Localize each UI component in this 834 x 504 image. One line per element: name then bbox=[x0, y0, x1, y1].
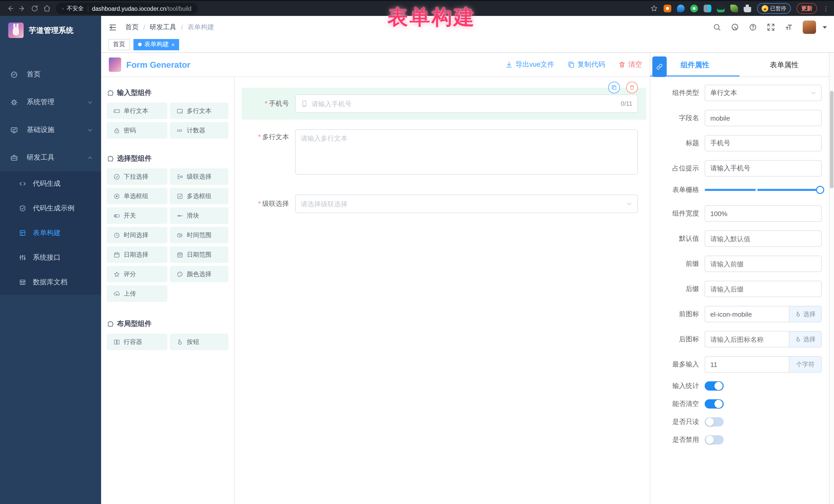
cascader-input-field[interactable] bbox=[301, 200, 622, 207]
readonly-toggle[interactable] bbox=[705, 417, 724, 426]
export-vue-button[interactable]: 导出vue文件 bbox=[506, 60, 554, 69]
user-menu-caret-icon[interactable] bbox=[823, 26, 827, 28]
sidebar-item-form-build[interactable]: 表单构建 bbox=[0, 221, 101, 245]
clear-button[interactable]: 清空 bbox=[618, 60, 642, 69]
copy-code-button[interactable]: 复制代码 bbox=[568, 60, 605, 69]
back-icon[interactable] bbox=[6, 5, 14, 12]
component-upload[interactable]: 上传 bbox=[107, 285, 167, 302]
default-value-input[interactable] bbox=[705, 231, 822, 247]
home-icon[interactable] bbox=[43, 5, 51, 12]
title-input[interactable] bbox=[705, 135, 822, 151]
tag-home[interactable]: 首页 bbox=[108, 39, 130, 50]
disabled-toggle[interactable] bbox=[705, 435, 724, 444]
component-slider[interactable]: 滑块 bbox=[170, 207, 228, 224]
scrollbar-thumb[interactable] bbox=[830, 91, 833, 188]
mobile-input[interactable]: 0/11 bbox=[295, 94, 638, 113]
component-color-picker[interactable]: 颜色选择 bbox=[170, 266, 228, 282]
bookmark-star-icon[interactable] bbox=[650, 5, 658, 12]
tag-form-build[interactable]: 表单构建 × bbox=[133, 39, 179, 50]
canvas-field-cascader[interactable]: *级联选择 bbox=[242, 192, 646, 216]
sidebar-item-code-gen[interactable]: 代码生成 bbox=[0, 171, 101, 196]
fullscreen-icon[interactable] bbox=[767, 23, 775, 31]
search-icon[interactable] bbox=[713, 23, 721, 31]
window-scrollbar[interactable] bbox=[829, 53, 834, 504]
textarea-input[interactable] bbox=[295, 129, 638, 175]
component-rate[interactable]: 评分 bbox=[107, 266, 167, 282]
extension-icon[interactable] bbox=[730, 5, 738, 12]
reload-icon[interactable] bbox=[31, 5, 39, 12]
component-row-container[interactable]: 行容器 bbox=[107, 334, 167, 350]
show-count-toggle[interactable] bbox=[705, 381, 724, 391]
prop-suffix: 后缀 bbox=[650, 281, 822, 297]
component-select[interactable]: 下拉选择 bbox=[107, 168, 167, 185]
component-type-select[interactable] bbox=[705, 85, 822, 101]
browser-menu-icon[interactable]: ⋮ bbox=[823, 6, 829, 11]
component-radio-group[interactable]: 单选框组 bbox=[107, 188, 167, 204]
choose-suffix-icon-button[interactable]: 选择 bbox=[789, 331, 822, 348]
address-bar[interactable]: 不安全 dashboard.yudao.iocoder.cn/tool/buil… bbox=[56, 3, 198, 14]
extension-icon[interactable] bbox=[717, 5, 724, 12]
choose-prefix-icon-button[interactable]: 选择 bbox=[789, 306, 822, 322]
component-date-range[interactable]: 日期范围 bbox=[170, 246, 228, 263]
extensions-puzzle-icon[interactable] bbox=[743, 5, 751, 12]
delete-field-button[interactable] bbox=[626, 82, 638, 93]
field-name-input[interactable] bbox=[705, 110, 822, 126]
component-textarea[interactable]: 多行文本 bbox=[170, 103, 228, 119]
form-grid-slider[interactable] bbox=[705, 189, 821, 191]
forward-icon[interactable] bbox=[19, 5, 26, 12]
paused-badge[interactable]: 已暂停 bbox=[757, 3, 791, 14]
suffix-icon-input[interactable] bbox=[705, 331, 789, 348]
form-canvas[interactable]: *手机号 0/11 bbox=[235, 77, 650, 504]
duplicate-field-button[interactable] bbox=[608, 82, 620, 93]
component-cascader[interactable]: 级联选择 bbox=[170, 168, 228, 185]
json-drawer-button[interactable] bbox=[652, 57, 667, 77]
close-tag-icon[interactable]: × bbox=[171, 41, 175, 47]
properties-panel: 组件属性 表单属性 组件类型 字段名 bbox=[650, 53, 829, 504]
component-single-line-text[interactable]: 单行文本 bbox=[107, 103, 167, 119]
sidebar-item-infra[interactable]: 基础设施 bbox=[0, 116, 101, 144]
canvas-field-mobile[interactable]: *手机号 0/11 bbox=[242, 88, 646, 119]
update-button[interactable]: 更新 bbox=[796, 3, 817, 14]
clearable-toggle[interactable] bbox=[705, 399, 724, 409]
mobile-input-field[interactable] bbox=[311, 100, 617, 108]
font-size-icon[interactable] bbox=[785, 23, 793, 31]
placeholder-input[interactable] bbox=[705, 160, 822, 177]
breadcrumb-home[interactable]: 首页 bbox=[125, 23, 138, 32]
app-logo-row[interactable]: 芋道管理系统 bbox=[0, 16, 101, 45]
breadcrumb-devtools[interactable]: 研发工具 bbox=[150, 23, 176, 32]
char-unit-suffix: 个字符 bbox=[789, 356, 822, 373]
sidebar-item-code-gen-demo[interactable]: 代码生成示例 bbox=[0, 196, 101, 221]
prefix-input[interactable] bbox=[705, 256, 822, 272]
help-icon[interactable] bbox=[749, 23, 757, 31]
component-password[interactable]: 密码 bbox=[107, 122, 167, 138]
suffix-input[interactable] bbox=[705, 281, 822, 297]
extension-icon[interactable] bbox=[677, 5, 684, 12]
sidebar-item-db-doc[interactable]: 数据库文档 bbox=[0, 270, 101, 294]
extension-icon[interactable] bbox=[663, 5, 671, 12]
component-button[interactable]: 按钮 bbox=[170, 334, 228, 350]
sidebar-item-home[interactable]: 首页 bbox=[0, 61, 101, 88]
user-avatar[interactable] bbox=[803, 21, 816, 34]
canvas-field-textarea[interactable]: *多行文本 bbox=[242, 126, 646, 175]
width-input[interactable] bbox=[705, 205, 822, 222]
collapse-sidebar-icon[interactable] bbox=[108, 23, 117, 31]
cascader-input[interactable] bbox=[295, 195, 638, 213]
tab-form-props[interactable]: 表单属性 bbox=[740, 53, 829, 76]
component-time-picker[interactable]: 时间选择 bbox=[107, 227, 167, 243]
github-icon[interactable] bbox=[731, 23, 739, 31]
component-date-picker[interactable]: 日期选择 bbox=[107, 246, 167, 263]
sidebar-item-system-api[interactable]: 系统接口 bbox=[0, 245, 101, 270]
component-counter[interactable]: 123计数器 bbox=[170, 122, 228, 138]
component-checkbox-group[interactable]: 多选框组 bbox=[170, 188, 228, 204]
component-switch[interactable]: 开关 bbox=[107, 207, 167, 224]
slider-handle[interactable] bbox=[816, 186, 824, 194]
chevron-down-icon bbox=[87, 127, 93, 133]
extension-icon[interactable] bbox=[690, 5, 698, 12]
component-time-range[interactable]: 时间范围 bbox=[170, 227, 228, 243]
sidebar-item-devtools[interactable]: 研发工具 bbox=[0, 144, 101, 171]
trash-icon bbox=[618, 61, 626, 68]
extension-icon[interactable] bbox=[703, 5, 711, 12]
prefix-icon-input[interactable] bbox=[705, 306, 789, 322]
max-input-field[interactable] bbox=[705, 356, 789, 373]
sidebar-item-system[interactable]: 系统管理 bbox=[0, 88, 101, 116]
